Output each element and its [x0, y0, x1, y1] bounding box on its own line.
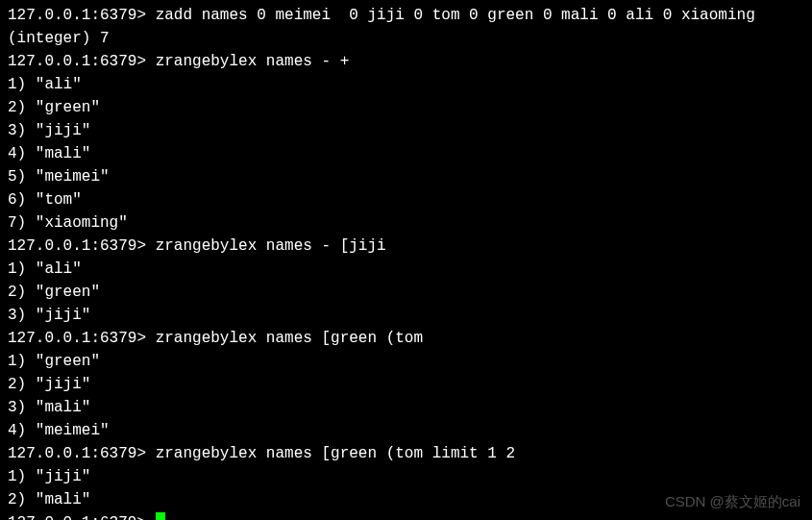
- command-text: zrangebylex names - [jiji: [156, 237, 386, 255]
- output-line: 1) "green": [8, 350, 804, 373]
- prompt-text: 127.0.0.1:6379>: [8, 330, 156, 347]
- output-line: (integer) 7: [8, 27, 804, 50]
- output-text: 1) "ali": [8, 260, 82, 278]
- output-text: (integer) 7: [8, 30, 110, 47]
- output-text: 3) "mali": [8, 399, 90, 416]
- command-line: 127.0.0.1:6379> zrangebylex names [green…: [8, 442, 804, 465]
- output-line: 7) "xiaoming": [8, 211, 804, 235]
- output-line: 2) "green": [8, 96, 804, 119]
- output-text: 2) "mali": [8, 491, 90, 508]
- output-line: 2) "jiji": [8, 373, 804, 396]
- output-text: 4) "mali": [8, 145, 90, 162]
- command-text: zrangebylex names [green (tom limit 1 2: [156, 445, 515, 462]
- output-text: 1) "jiji": [8, 468, 90, 485]
- command-text: zrangebylex names - +: [156, 53, 350, 70]
- prompt-text: 127.0.0.1:6379>: [8, 7, 156, 24]
- terminal-output: 127.0.0.1:6379> zadd names 0 meimei 0 ji…: [8, 4, 804, 511]
- output-line: 2) "green": [8, 281, 804, 304]
- cursor-block: [156, 512, 165, 520]
- output-line: 1) "jiji": [8, 465, 804, 488]
- output-text: 3) "jiji": [8, 307, 90, 324]
- output-text: 7) "xiaoming": [8, 214, 128, 232]
- active-prompt-line[interactable]: 127.0.0.1:6379>: [8, 511, 804, 520]
- output-text: 1) "green": [8, 353, 100, 370]
- output-text: 6) "tom": [8, 191, 82, 209]
- command-line: 127.0.0.1:6379> zrangebylex names [green…: [8, 327, 804, 350]
- prompt-text: 127.0.0.1:6379>: [8, 53, 156, 70]
- output-line: 5) "meimei": [8, 165, 804, 188]
- output-line: 4) "meimei": [8, 419, 804, 442]
- output-line: 3) "mali": [8, 396, 804, 419]
- prompt-text: 127.0.0.1:6379>: [8, 514, 156, 520]
- command-text: zrangebylex names [green (tom: [156, 330, 423, 347]
- output-line: 6) "tom": [8, 188, 804, 211]
- command-line: 127.0.0.1:6379> zrangebylex names - +: [8, 50, 804, 73]
- output-text: 5) "meimei": [8, 168, 110, 186]
- output-text: 2) "jiji": [8, 376, 90, 393]
- output-text: 3) "jiji": [8, 122, 90, 139]
- command-text: zadd names 0 meimei 0 jiji 0 tom 0 green…: [156, 7, 755, 24]
- output-text: 2) "green": [8, 99, 100, 116]
- output-text: 2) "green": [8, 284, 100, 301]
- output-line: 2) "mali": [8, 488, 804, 511]
- output-text: 4) "meimei": [8, 422, 110, 439]
- output-line: 3) "jiji": [8, 304, 804, 327]
- output-line: 1) "ali": [8, 73, 804, 96]
- output-line: 4) "mali": [8, 142, 804, 165]
- command-line: 127.0.0.1:6379> zadd names 0 meimei 0 ji…: [8, 4, 804, 27]
- output-line: 1) "ali": [8, 258, 804, 281]
- output-text: 1) "ali": [8, 76, 82, 93]
- prompt-text: 127.0.0.1:6379>: [8, 237, 156, 255]
- command-line: 127.0.0.1:6379> zrangebylex names - [jij…: [8, 235, 804, 258]
- prompt-text: 127.0.0.1:6379>: [8, 445, 156, 462]
- output-line: 3) "jiji": [8, 119, 804, 142]
